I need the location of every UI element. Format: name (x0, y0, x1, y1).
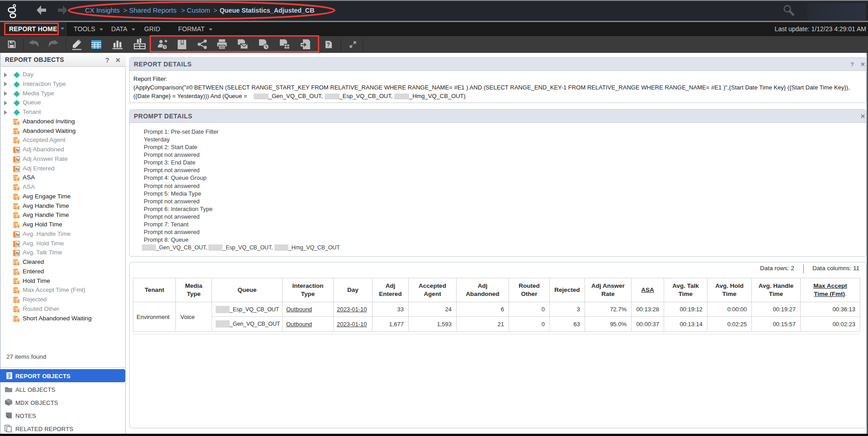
svg-text:fx: fx (16, 251, 20, 256)
svg-text:fx: fx (16, 158, 20, 162)
svg-text:fx: fx (16, 242, 20, 246)
svg-text:fx: fx (16, 233, 20, 237)
svg-text:fx: fx (16, 167, 20, 171)
svg-text:?: ? (327, 42, 330, 48)
svg-text:fx: fx (16, 148, 20, 153)
